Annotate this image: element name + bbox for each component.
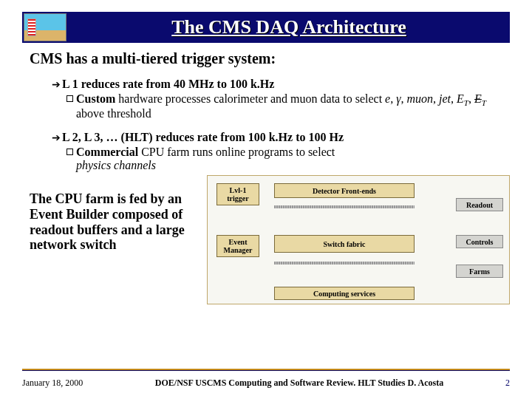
page-number: 2 (488, 378, 510, 389)
box-controls: Controls (456, 235, 503, 248)
content-block: ➔ L 1 reduces rate from 40 MHz to 100 k.… (44, 78, 495, 172)
cpu-farm-text: The CPU farm is fed by an Event Builder … (30, 175, 200, 304)
box-lvl1: Lvl-1 trigger (216, 183, 259, 205)
arrow-icon: ➔ (52, 131, 61, 146)
bullet-l2: ➔ L 2, L 3, … (HLT) reduces rate from 10… (52, 131, 495, 146)
footer: January 18, 2000 DOE/NSF USCMS Computing… (22, 378, 510, 389)
cms-logo (24, 13, 66, 41)
square-icon (66, 149, 73, 155)
bus-mid (274, 262, 415, 265)
box-switch: Switch fabric (274, 235, 415, 253)
slide-title: The CMS DAQ Architecture (68, 16, 510, 38)
box-evtmgr: Event Manager (216, 235, 259, 257)
l1-subtext: Custom hardware processes calorimeter an… (76, 92, 495, 120)
box-readout: Readout (456, 198, 503, 211)
box-frontends: Detector Front-ends (274, 183, 415, 198)
bus-top (274, 205, 415, 208)
sub-l2: Commercial CPU farm runs online programs… (66, 146, 495, 172)
footer-center: DOE/NSF USCMS Computing and Software Rev… (111, 378, 488, 389)
footer-rule (22, 369, 510, 371)
lower-section: The CPU farm is fed by an Event Builder … (30, 175, 510, 304)
daq-diagram: Lvl-1 trigger Event Manager Detector Fro… (207, 175, 510, 304)
footer-date: January 18, 2000 (22, 378, 111, 389)
square-icon (66, 95, 73, 102)
arrow-icon: ➔ (52, 78, 61, 92)
box-farms: Farms (456, 265, 503, 278)
title-bar: The CMS DAQ Architecture (22, 12, 510, 43)
l2-text: L 2, L 3, … (HLT) reduces rate from 100 … (62, 131, 344, 144)
sub-l1: Custom hardware processes calorimeter an… (66, 92, 495, 120)
l2-subtext: Commercial CPU farm runs online programs… (76, 146, 335, 172)
subheading: CMS has a multi-tiered trigger system: (30, 50, 502, 67)
l1-text: L 1 reduces rate from 40 MHz to 100 k.Hz (62, 78, 274, 91)
bullet-l1: ➔ L 1 reduces rate from 40 MHz to 100 k.… (52, 78, 495, 92)
box-services: Computing services (274, 287, 415, 300)
